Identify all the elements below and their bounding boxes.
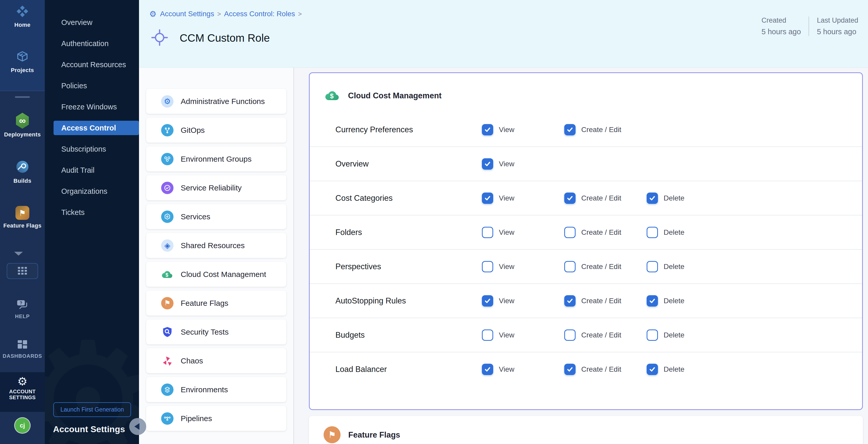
permission-label: View [499,160,514,168]
permission-create-edit[interactable]: Create / Edit [564,261,647,272]
permission-view[interactable]: View [482,364,564,375]
rail-item-account-settings[interactable]: ⚙ ACCOUNT SETTINGS [0,372,45,412]
module-picker-button[interactable] [7,263,38,279]
checkbox-checked-icon[interactable] [564,364,576,375]
permission-delete[interactable]: Delete [647,261,729,272]
checkbox-unchecked-icon[interactable] [564,329,576,341]
nav-item-freeze-windows[interactable]: Freeze Windows [45,96,139,117]
flag-icon: ⚑ [323,426,341,443]
resource-card-environments[interactable]: Environments [146,377,286,402]
permission-view[interactable]: View [482,193,564,204]
permission-delete[interactable]: Delete [647,295,729,307]
permission-row-load-balancer: Load BalancerViewCreate / EditDelete [310,352,862,386]
permission-row-perspectives: PerspectivesViewCreate / EditDelete [310,250,862,284]
breadcrumb-access-control-roles[interactable]: Access Control: Roles [224,10,295,18]
permission-view[interactable]: View [482,295,564,307]
checkbox-checked-icon[interactable] [647,364,658,375]
checkbox-unchecked-icon[interactable] [482,227,493,238]
permission-delete[interactable]: Delete [647,227,729,238]
permission-create-edit[interactable]: Create / Edit [564,193,647,204]
permission-delete[interactable]: Delete [647,193,729,204]
checkbox-checked-icon[interactable] [647,295,658,307]
permission-view[interactable]: View [482,158,564,170]
launch-first-generation-button[interactable]: Launch First Generation [53,402,131,417]
resource-card-environment-groups[interactable]: Environment Groups [146,147,286,171]
nav-item-audit-trail[interactable]: Audit Trail [45,160,139,181]
resource-card-feature-flags[interactable]: ⚑Feature Flags [146,291,286,316]
nav-item-organizations[interactable]: Organizations [45,181,139,202]
rail-item-deployments[interactable]: ∞ Deployments [0,113,45,138]
checkbox-unchecked-icon[interactable] [647,329,658,341]
resource-card-label: Chaos [181,356,203,365]
resource-card-service-reliability[interactable]: Service Reliability [146,175,286,200]
checkbox-unchecked-icon[interactable] [564,261,576,272]
rail-item-label: Feature Flags [3,222,41,229]
permission-view[interactable]: View [482,261,564,272]
permission-row-name: Load Balancer [310,365,482,374]
nav-item-authentication[interactable]: Authentication [45,33,139,54]
checkbox-checked-icon[interactable] [482,124,493,135]
cloud-dollar-icon: $ [324,89,340,102]
checkbox-unchecked-icon[interactable] [647,261,658,272]
rail-item-help[interactable]: ? HELP [0,299,45,319]
permission-view[interactable]: View [482,124,564,135]
rail-item-feature-flags[interactable]: ⚑ Feature Flags [0,206,45,229]
resource-card-label: Cloud Cost Management [181,270,266,279]
checkbox-checked-icon[interactable] [564,295,576,307]
page-header: ⚙ Account Settings > Access Control: Rol… [139,0,868,68]
rail-item-projects[interactable]: Projects [0,50,45,74]
checkbox-checked-icon[interactable] [647,193,658,204]
checkbox-checked-icon[interactable] [564,193,576,204]
permission-delete[interactable]: Delete [647,329,729,341]
permission-label: Create / Edit [581,365,621,374]
permission-view[interactable]: View [482,329,564,341]
permission-create-edit[interactable]: Create / Edit [564,364,647,375]
permission-row-cost-categories: Cost CategoriesViewCreate / EditDelete [310,181,862,216]
resource-card-label: Service Reliability [181,184,242,192]
resource-card-services[interactable]: Services [146,204,286,229]
nav-item-label: Audit Trail [61,166,94,175]
rail-item-label: HELP [15,314,30,319]
rail-item-builds[interactable]: Builds [0,160,45,184]
resource-card-cloud-cost-management[interactable]: $Cloud Cost Management [146,262,286,287]
nav-item-account-resources[interactable]: Account Resources [45,54,139,75]
breadcrumb-account-settings[interactable]: Account Settings [160,10,214,18]
checkbox-checked-icon[interactable] [482,364,493,375]
hexagons-icon [161,153,174,165]
checkbox-checked-icon[interactable] [482,295,493,307]
resource-card-administrative-functions[interactable]: ⚙Administrative Functions [146,89,286,114]
rail-item-dashboards[interactable]: DASHBOARDS [0,339,45,359]
chevron-down-icon[interactable] [14,252,23,256]
last-updated-value: 5 hours ago [817,28,858,36]
title-row: CCM Custom Role [151,29,270,47]
rail-item-home[interactable]: Home [0,5,45,28]
rail-item-label: Builds [13,178,31,184]
resource-card-pipelines[interactable]: Pipelines [146,406,286,431]
permission-create-edit[interactable]: Create / Edit [564,295,647,307]
avatar[interactable]: cj [15,418,30,433]
checkbox-unchecked-icon[interactable] [647,227,658,238]
checkbox-checked-icon[interactable] [482,158,493,170]
resource-card-gitops[interactable]: GitOps [146,118,286,142]
checkbox-checked-icon[interactable] [564,124,576,135]
permission-view[interactable]: View [482,227,564,238]
checkbox-unchecked-icon[interactable] [482,261,493,272]
harness-logo-icon [16,5,29,19]
permission-create-edit[interactable]: Create / Edit [564,329,647,341]
checkbox-checked-icon[interactable] [482,193,493,204]
collapse-nav-button[interactable] [129,418,146,435]
nav-item-access-control[interactable]: Access Control [45,117,139,138]
nav-item-overview[interactable]: Overview [45,12,139,33]
resource-card-security-tests[interactable]: Security Tests [146,319,286,344]
permission-create-edit[interactable]: Create / Edit [564,227,647,238]
permission-create-edit[interactable]: Create / Edit [564,124,647,135]
checkbox-unchecked-icon[interactable] [564,227,576,238]
checkbox-unchecked-icon[interactable] [482,329,493,341]
nav-item-tickets[interactable]: Tickets [45,202,139,223]
nav-item-subscriptions[interactable]: Subscriptions [45,138,139,160]
nav-item-policies[interactable]: Policies [45,75,139,96]
resource-card-shared-resources[interactable]: ◈Shared Resources [146,233,286,258]
created-column: Created 5 hours ago [754,17,809,36]
permission-delete[interactable]: Delete [647,364,729,375]
resource-card-chaos[interactable]: Chaos [146,348,286,373]
